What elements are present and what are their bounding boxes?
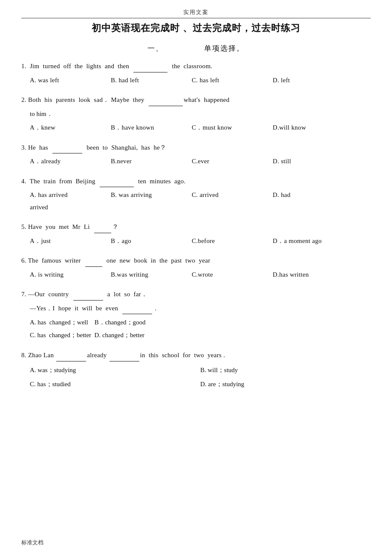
question-2-continuation: to him． bbox=[30, 108, 371, 120]
question-7-text2: —Yes．I hope it will be even . bbox=[30, 302, 371, 315]
question-2: 2. Both his parents look sad． Maybe they… bbox=[21, 94, 371, 134]
question-8-text: 8. Zhao Lan already in this school for t… bbox=[21, 349, 371, 361]
question-4-continuation: arrived bbox=[30, 201, 371, 214]
question-3: 3. He has been to Shanghai, has he？ A．al… bbox=[21, 142, 371, 168]
question-2-options: A．knew B．have known C．must know D.will k… bbox=[30, 121, 371, 134]
question-1-options: A. was left B. had left C. has left D. l… bbox=[30, 74, 371, 87]
question-4-options: A. has arrived B. was arriving C. arrive… bbox=[30, 189, 371, 201]
question-7-options: A. has changed；well B．changed；good C. ha… bbox=[30, 316, 371, 341]
question-4-text: 4. The train from Beijing ten minutes ag… bbox=[21, 175, 371, 188]
question-5-text: 5. Have you met Mr Li ？ bbox=[21, 221, 371, 233]
question-8-options: A. was；studying B. will；study C. has；stu… bbox=[30, 363, 371, 391]
question-5: 5. Have you met Mr Li ？ A．just B．ago C.b… bbox=[21, 221, 371, 247]
top-divider bbox=[21, 18, 371, 18]
question-2-text: 2. Both his parents look sad． Maybe they… bbox=[21, 94, 371, 106]
question-1-text: 1. Jim turned off the lights and then th… bbox=[21, 60, 371, 72]
question-6: 6. The famous writer one new book in the… bbox=[21, 254, 371, 280]
question-4: 4. The train from Beijing ten minutes ag… bbox=[21, 175, 371, 214]
question-3-text: 3. He has been to Shanghai, has he？ bbox=[21, 142, 371, 154]
section-title: 一、 单项选择。 bbox=[21, 43, 371, 53]
question-6-options: A. is writing B.was writing C.wrote D.ha… bbox=[30, 269, 371, 281]
question-6-text: 6. The famous writer one new book in the… bbox=[21, 254, 371, 267]
footer-label: 标准文档 bbox=[21, 539, 43, 546]
question-7: 7. —Our country a lot so far． —Yes．I hop… bbox=[21, 288, 371, 341]
question-7-text1: 7. —Our country a lot so far． bbox=[21, 288, 371, 301]
main-title: 初中英语现在完成时 、过去完成时，过去时练习 bbox=[21, 21, 371, 35]
top-header: 实用文案 bbox=[21, 9, 371, 16]
question-8: 8. Zhao Lan already in this school for t… bbox=[21, 349, 371, 391]
question-1: 1. Jim turned off the lights and then th… bbox=[21, 60, 371, 86]
question-5-options: A．just B．ago C.before D．a moment ago bbox=[30, 235, 371, 247]
question-3-options: A．already B.never C.ever D. still bbox=[30, 155, 371, 168]
